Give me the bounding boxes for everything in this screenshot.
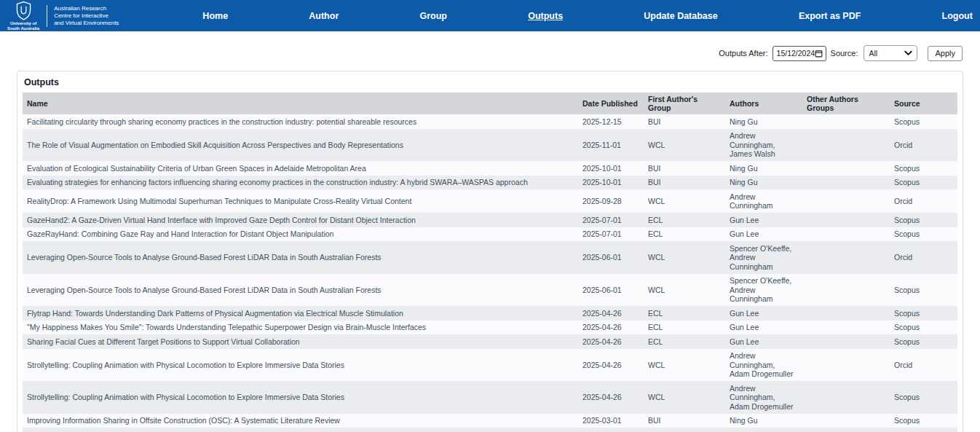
university-name: University of South Australia <box>7 21 39 31</box>
source-cell: Scopus <box>890 176 957 190</box>
other-authors-groups-cell <box>802 306 890 321</box>
other-authors-groups-cell <box>802 227 890 242</box>
outputs-after-label: Outputs After: <box>719 49 767 58</box>
source-cell: Orcid <box>890 349 957 382</box>
source-cell: Scopus <box>890 161 957 176</box>
column-header-date-published: Date Published <box>578 93 644 114</box>
date-published-cell: 2025-09-28 <box>578 189 644 213</box>
table-header-row: Name Date Published First Author's Group… <box>23 93 957 114</box>
main-nav: Home Author Group Outputs Update Databas… <box>202 11 980 21</box>
other-authors-groups-cell <box>802 381 890 414</box>
authors-cell: Andrew Cunningham, Adam Drogemuller <box>725 349 802 382</box>
first-authors-group-cell: WCL <box>644 381 725 414</box>
date-published-cell: 2025-11-01 <box>578 129 644 162</box>
date-published-cell: 2025-04-26 <box>578 306 644 321</box>
source-cell: Scopus <box>890 114 957 129</box>
source-cell: Orcid <box>890 129 957 162</box>
calendar-icon[interactable] <box>815 50 823 58</box>
table-row: Counting on AR: EEG responses to incongr… <box>23 428 957 432</box>
table-row: Flytrap Hand: Towards Understanding Dark… <box>23 306 957 321</box>
authors-cell: Andrew Cunningham, James Walsh <box>725 129 802 162</box>
nav-item-group[interactable]: Group <box>419 11 447 21</box>
output-name-cell: Leveraging Open-Source Tools to Analyse … <box>23 241 578 274</box>
unisa-shield-icon <box>16 1 31 20</box>
authors-cell: Spencer O'Keeffe, Andrew Cunningham <box>725 274 802 307</box>
date-published-cell: 2025-06-01 <box>578 274 644 307</box>
output-name-cell: "My Happiness Makes You Smile": Towards … <box>23 321 578 335</box>
other-authors-groups-cell <box>802 129 890 162</box>
source-label: Source: <box>831 49 858 58</box>
table-row: Leveraging Open-Source Tools to Analyse … <box>23 241 957 274</box>
authors-cell: Gun Lee <box>725 321 802 335</box>
nav-item-logout[interactable]: Logout <box>942 11 973 21</box>
outputs-after-date-input[interactable]: 15/12/2024 <box>772 46 826 61</box>
output-name-cell: Evaluating strategies for enhancing fact… <box>23 176 578 190</box>
authors-cell: Gun Lee <box>725 306 802 321</box>
column-header-source: Source <box>890 93 957 114</box>
authors-cell: Ning Gu <box>725 161 802 176</box>
output-name-cell: Flytrap Hand: Towards Understanding Dark… <box>23 306 578 321</box>
table-row: The Role of Visual Augmentation on Embod… <box>23 129 957 162</box>
other-authors-groups-cell <box>802 213 890 227</box>
page-title: Outputs <box>24 77 957 87</box>
table-row: Facilitating circularity through sharing… <box>23 114 957 129</box>
authors-cell: Andrew Cunningham <box>725 189 802 213</box>
source-cell: Scopus <box>890 381 957 414</box>
nav-item-update-database[interactable]: Update Database <box>644 11 717 21</box>
first-authors-group-cell: WCL <box>644 274 725 307</box>
source-select[interactable]: All <box>864 45 917 61</box>
output-name-cell: Facilitating circularity through sharing… <box>23 114 578 129</box>
output-name-cell: Evaluation of Ecological Sustainability … <box>23 161 578 176</box>
output-name-cell: Strollytelling: Coupling Animation with … <box>23 381 578 414</box>
column-header-authors: Authors <box>725 93 802 114</box>
source-cell: Orcid <box>890 189 957 213</box>
unisa-logo: University of South Australia Australian… <box>7 1 119 31</box>
first-authors-group-cell: WCL <box>644 349 725 382</box>
outputs-panel: Outputs Name Date Published First Author… <box>17 71 963 432</box>
nav-item-home[interactable]: Home <box>202 11 228 21</box>
source-selected-value: All <box>869 49 877 58</box>
centre-name: Australian Research Centre for Interacti… <box>54 5 119 27</box>
authors-cell: Gun Lee <box>725 227 802 242</box>
authors-cell: Ning Gu <box>725 414 802 428</box>
table-row: "My Happiness Makes You Smile": Towards … <box>23 321 957 335</box>
table-row: Evaluation of Ecological Sustainability … <box>23 161 957 176</box>
other-authors-groups-cell <box>802 241 890 274</box>
first-authors-group-cell: ECL <box>644 213 725 227</box>
table-row: RealityDrop: A Framework Using Multimoda… <box>23 189 957 213</box>
date-published-cell: 2025-06-01 <box>578 241 644 274</box>
nav-item-export-as-pdf[interactable]: Export as PDF <box>799 11 861 21</box>
first-authors-group-cell: BUI <box>644 176 725 190</box>
output-name-cell: RealityDrop: A Framework Using Multimoda… <box>23 189 578 213</box>
apply-button[interactable]: Apply <box>928 46 963 61</box>
date-value: 15/12/2024 <box>777 49 815 58</box>
first-authors-group-cell: BUI <box>644 161 725 176</box>
output-name-cell: GazeRayHand: Combining Gaze Ray and Hand… <box>23 227 578 242</box>
first-authors-group-cell: WCL <box>644 241 725 274</box>
source-cell: Scopus <box>890 213 957 227</box>
date-published-cell: 2025-04-26 <box>578 334 644 349</box>
source-cell: Scopus <box>890 274 957 307</box>
table-row: GazeRayHand: Combining Gaze Ray and Hand… <box>23 227 957 242</box>
nav-item-outputs[interactable]: Outputs <box>528 11 563 21</box>
other-authors-groups-cell <box>802 349 890 382</box>
source-cell: Scopus <box>890 321 957 335</box>
other-authors-groups-cell <box>802 189 890 213</box>
other-authors-groups-cell <box>802 161 890 176</box>
date-published-cell: 2025-04-26 <box>578 349 644 382</box>
source-cell: Scopus <box>890 428 957 432</box>
first-authors-group-cell: BUI <box>644 114 725 129</box>
first-authors-group-cell: ECL <box>644 306 725 321</box>
output-name-cell: The Role of Visual Augmentation on Embod… <box>23 129 578 162</box>
table-row: Improving Information Sharing in Offsite… <box>23 414 957 428</box>
output-name-cell: Strollytelling: Coupling Animation with … <box>23 349 578 382</box>
authors-cell: Gun Lee <box>725 213 802 227</box>
output-name-cell: Counting on AR: EEG responses to incongr… <box>23 428 578 432</box>
filter-bar: Outputs After: 15/12/2024 Source: All Ap… <box>0 45 963 61</box>
nav-item-author[interactable]: Author <box>309 11 339 21</box>
other-authors-groups-cell <box>802 274 890 307</box>
date-published-cell: 2025-02-01 <box>578 428 644 432</box>
other-authors-groups-cell <box>802 321 890 335</box>
date-published-cell: 2025-07-01 <box>578 227 644 242</box>
date-published-cell: 2025-10-01 <box>578 161 644 176</box>
